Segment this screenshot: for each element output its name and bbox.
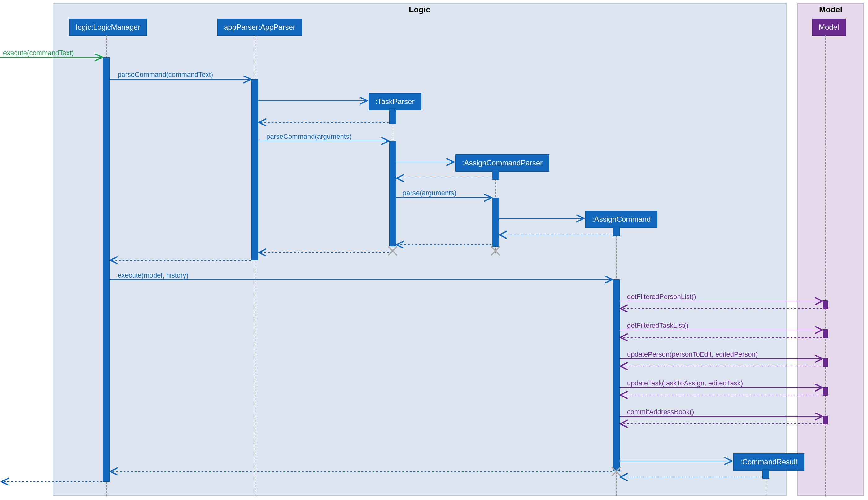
msg-get-filtered-person-list: getFilteredPersonList()	[627, 293, 696, 301]
activation-model-1	[823, 300, 828, 309]
participant-task-parser: :TaskParser	[369, 93, 421, 110]
activation-logic-manager	[103, 57, 109, 482]
activation-model-5	[823, 416, 828, 424]
activation-task-parser-create	[389, 109, 396, 124]
participant-app-parser: appParser:AppParser	[217, 19, 302, 36]
activation-model-4	[823, 387, 828, 396]
msg-get-filtered-task-list: getFilteredTaskList()	[627, 321, 688, 330]
destroy-assign-cmd	[610, 465, 623, 478]
participant-logic-manager: logic:LogicManager	[69, 19, 147, 36]
lifeline-model	[825, 35, 826, 496]
activation-task-parser-main	[389, 141, 396, 246]
participant-cmd-result: :CommandResult	[733, 453, 804, 470]
destroy-task-parser	[386, 245, 399, 257]
participant-model: Model	[812, 19, 846, 36]
msg-parse-cmd-text: parseCommand(commandText)	[118, 71, 213, 79]
activation-assign-cmd-main	[613, 280, 620, 471]
activation-app-parser	[252, 79, 258, 260]
activation-model-2	[823, 329, 828, 338]
msg-parse-cmd-args: parseCommand(arguments)	[266, 133, 351, 141]
msg-execute-cmd-text: execute(commandText)	[3, 49, 74, 57]
activation-model-3	[823, 358, 828, 367]
activation-assign-cmd-parser-create	[492, 170, 499, 180]
participant-assign-cmd-parser: :AssignCommandParser	[455, 154, 549, 172]
activation-assign-cmd-create	[613, 226, 620, 236]
msg-execute-model-hist: execute(model, history)	[118, 271, 188, 280]
msg-update-person: updatePerson(personToEdit, editedPerson)	[627, 350, 758, 359]
msg-commit-address-book: commitAddressBook()	[627, 408, 694, 416]
activation-assign-cmd-parser-main	[492, 198, 499, 247]
participant-assign-cmd: :AssignCommand	[585, 211, 657, 228]
msg-parse-args: parse(arguments)	[403, 189, 456, 197]
model-frame-title: Model	[810, 3, 852, 16]
activation-cmd-result	[762, 469, 769, 479]
logic-frame-title: Logic	[400, 3, 439, 16]
msg-update-task: updateTask(taskToAssign, editedTask)	[627, 379, 743, 387]
model-frame: Model	[797, 3, 864, 496]
destroy-assign-cmd-parser	[489, 245, 502, 257]
